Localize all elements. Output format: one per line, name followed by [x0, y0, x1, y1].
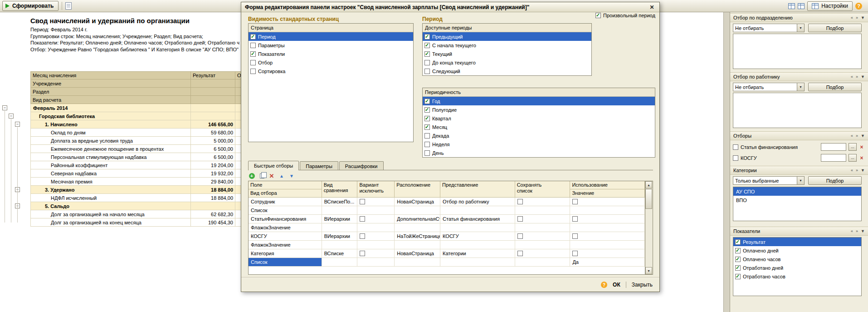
categories-combo[interactable]: Только выбранные ▼: [733, 176, 805, 185]
periodicity-item[interactable]: Месяц: [423, 123, 655, 131]
categories-list[interactable]: АУ СПОВПО: [733, 187, 862, 221]
available-periods-list[interactable]: Доступные периоды ПредыдущийС начала тек…: [422, 23, 592, 76]
section-menu-icon[interactable]: ▼: [861, 74, 865, 79]
filters-table-row[interactable]: СтатьяФинансированияВИерархииДополнитель…: [249, 215, 645, 223]
copy-icon[interactable]: [258, 172, 265, 179]
page-item[interactable]: Период: [249, 32, 413, 41]
report-row[interactable]: −3. Удержано18 884,00: [0, 186, 277, 194]
page-checkbox[interactable]: [250, 69, 256, 74]
chevron-down-icon[interactable]: ▼: [797, 24, 804, 32]
exclude-checkbox[interactable]: [360, 251, 365, 256]
page-item[interactable]: Сортировка: [249, 67, 413, 75]
usage-checkbox[interactable]: [572, 251, 578, 256]
indicator-checkbox[interactable]: [735, 248, 741, 253]
dialog-help-icon[interactable]: ?: [601, 282, 607, 288]
tree-collapse-button[interactable]: −: [15, 122, 20, 127]
report-row[interactable]: Районный коэффициент19 204,00: [0, 161, 277, 169]
report-row[interactable]: −1. Начислено146 656,00: [0, 120, 277, 129]
save-list-checkbox[interactable]: [517, 199, 523, 204]
exclude-checkbox[interactable]: [360, 199, 365, 204]
section-arrow-right-icon[interactable]: »: [856, 74, 858, 79]
period-checkbox[interactable]: [424, 43, 430, 48]
section-arrow-left-icon[interactable]: «: [851, 15, 853, 20]
tab-1[interactable]: Параметры: [300, 161, 338, 170]
report-row[interactable]: −Февраль 2014: [0, 104, 277, 112]
page-item[interactable]: Показатели: [249, 50, 413, 58]
period-item[interactable]: Следующий: [423, 67, 591, 75]
report-row[interactable]: Доплата за вредные условия труда5 000,00: [0, 137, 277, 145]
period-item[interactable]: Предыдущий: [423, 32, 591, 41]
exclude-checkbox[interactable]: [360, 216, 365, 222]
period-item[interactable]: С начала текущего: [423, 41, 591, 50]
department-pick-button[interactable]: Подбор: [808, 24, 862, 32]
section-arrow-right-icon[interactable]: »: [856, 168, 858, 173]
employee-list[interactable]: [733, 93, 862, 128]
periodicity-list[interactable]: Периодичность ГодПолугодиеКварталМесяцДе…: [422, 88, 655, 158]
delete-icon[interactable]: ✕: [268, 172, 275, 179]
add-icon[interactable]: +: [248, 172, 255, 179]
page-item[interactable]: Параметры: [249, 41, 413, 50]
periodicity-item[interactable]: Квартал: [423, 114, 655, 123]
report-row[interactable]: −5. Сальдо: [0, 202, 277, 210]
report-row[interactable]: НДФЛ исчисленный18 884,00: [0, 194, 277, 202]
tab-0[interactable]: Быстрые отборы: [248, 161, 299, 170]
report-row[interactable]: Оклад по дням59 680,00: [0, 129, 277, 137]
table-edit-icon[interactable]: [798, 3, 805, 9]
indicator-checkbox[interactable]: [735, 257, 741, 262]
finance-article-checkbox[interactable]: [733, 144, 738, 150]
filters-table-row[interactable]: СписокДа: [249, 258, 645, 267]
tab-2[interactable]: Расшифровки: [339, 161, 384, 170]
periodicity-checkbox[interactable]: [424, 99, 430, 104]
periodicity-checkbox[interactable]: [424, 107, 430, 113]
save-list-checkbox[interactable]: [517, 233, 523, 239]
period-checkbox[interactable]: [424, 69, 430, 74]
chevron-down-icon[interactable]: ▼: [797, 177, 804, 184]
indicator-item[interactable]: Отработано дней: [733, 263, 861, 272]
save-list-checkbox[interactable]: [517, 251, 523, 256]
move-down-icon[interactable]: ▼: [288, 172, 295, 179]
filters-table-row[interactable]: ФлажокЗначение: [249, 223, 645, 232]
close-icon[interactable]: ✕: [648, 3, 656, 11]
indicator-checkbox[interactable]: [735, 265, 741, 271]
periodicity-checkbox[interactable]: [424, 124, 430, 130]
section-arrow-left-icon[interactable]: «: [851, 168, 853, 173]
section-arrow-left-icon[interactable]: «: [851, 74, 853, 79]
period-item[interactable]: Текущий: [423, 50, 591, 58]
period-item[interactable]: До конца текущего: [423, 58, 591, 67]
periodicity-item[interactable]: День: [423, 149, 655, 157]
category-item[interactable]: ВПО: [733, 196, 861, 204]
section-arrow-left-icon[interactable]: «: [851, 229, 853, 233]
section-menu-icon[interactable]: ▼: [861, 168, 865, 173]
periodicity-checkbox[interactable]: [424, 142, 430, 147]
report-row[interactable]: Долг за организацией на начало месяца62 …: [0, 210, 277, 218]
tree-collapse-button[interactable]: −: [9, 114, 14, 119]
page-checkbox[interactable]: [250, 34, 256, 40]
indicator-item[interactable]: Оплачено дней: [733, 246, 861, 255]
employee-filter-combo[interactable]: Не отбирать ▼: [733, 83, 805, 91]
indicator-checkbox[interactable]: [735, 274, 741, 279]
tree-collapse-button[interactable]: −: [2, 105, 7, 110]
indicators-list[interactable]: РезультатОплачено днейОплачено часовОтра…: [733, 237, 862, 296]
indicator-item[interactable]: Оплачено часов: [733, 255, 861, 263]
move-up-icon[interactable]: ▲: [278, 172, 285, 179]
section-arrow-right-icon[interactable]: »: [856, 229, 858, 233]
finance-article-clear-icon[interactable]: ×: [859, 144, 864, 150]
table-view-icon[interactable]: [788, 3, 795, 9]
filters-table-row[interactable]: СотрудникВСпискеПо...НоваяСтраницаОтбор …: [249, 198, 645, 206]
finance-article-choose-button[interactable]: ...: [848, 143, 857, 151]
period-checkbox[interactable]: [424, 34, 430, 40]
table-scrollbar[interactable]: ▲ ▼: [645, 181, 653, 275]
indicator-item[interactable]: Отработано часов: [733, 272, 861, 281]
report-row[interactable]: −Городская библиотека: [0, 112, 277, 120]
kosgu-choose-button[interactable]: ...: [848, 154, 857, 162]
periodicity-item[interactable]: Декада: [423, 131, 655, 140]
section-menu-icon[interactable]: ▼: [861, 134, 865, 138]
settings-button[interactable]: Настройки: [807, 1, 853, 11]
employee-pick-button[interactable]: Подбор: [808, 83, 862, 91]
exclude-checkbox[interactable]: [360, 233, 365, 239]
section-arrow-left-icon[interactable]: «: [851, 134, 853, 138]
page-checkbox[interactable]: [250, 60, 256, 65]
usage-checkbox[interactable]: [572, 233, 578, 239]
page-checkbox[interactable]: [250, 51, 256, 57]
report-row[interactable]: Северная надбавка19 932,00: [0, 169, 277, 178]
